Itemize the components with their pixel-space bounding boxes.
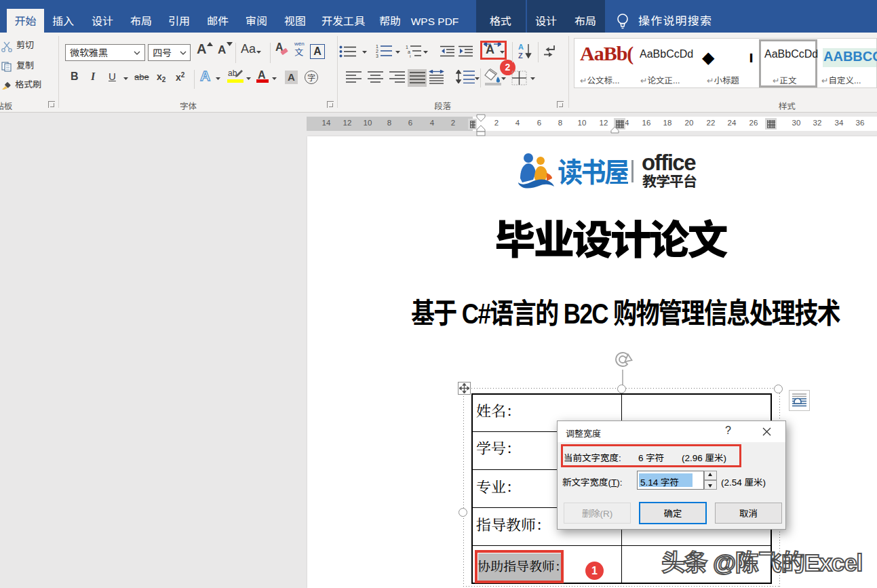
svg-text:头条 @陈飞的Excel: 头条 @陈飞的Excel xyxy=(661,543,862,578)
